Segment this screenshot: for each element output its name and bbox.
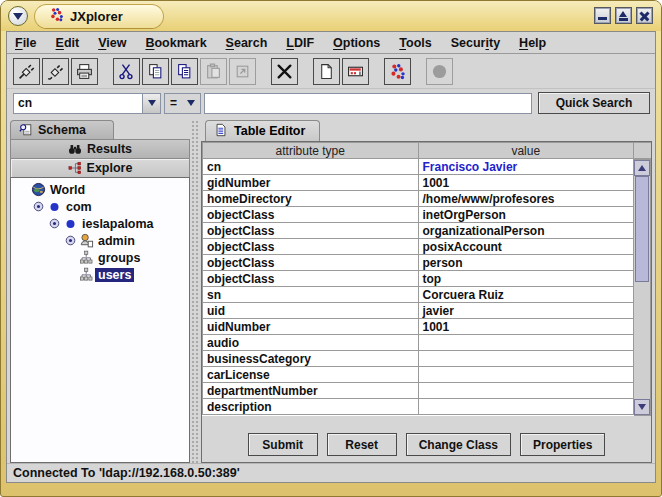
scroll-up-button[interactable] <box>634 160 650 176</box>
quick-search-button[interactable]: Quick Search <box>538 92 650 114</box>
menu-options[interactable]: Options <box>333 36 380 50</box>
window-controls <box>594 7 653 24</box>
tree-item-label: World <box>47 183 88 197</box>
attribute-type-cell[interactable]: uidNumber <box>202 319 419 335</box>
value-cell[interactable]: top <box>419 271 635 287</box>
value-cell[interactable]: 1001 <box>419 175 635 191</box>
value-cell[interactable] <box>419 351 635 367</box>
value-cell[interactable]: Corcuera Ruiz <box>419 287 635 303</box>
value-cell[interactable]: /home/www/profesores <box>419 191 635 207</box>
attribute-type-cell[interactable]: objectClass <box>202 239 419 255</box>
tree-expand-handle[interactable] <box>63 235 78 246</box>
tab-explore[interactable]: Explore <box>10 158 190 177</box>
menu-view[interactable]: View <box>98 36 126 50</box>
tree-item-com[interactable]: com <box>11 198 189 215</box>
close-button[interactable] <box>636 7 653 24</box>
new-entry-button[interactable] <box>313 58 340 85</box>
tree-item-ieslapaloma[interactable]: ieslapaloma <box>11 215 189 232</box>
tab-results[interactable]: Results <box>10 139 190 158</box>
maximize-button[interactable] <box>615 7 632 24</box>
attribute-type-cell[interactable]: businessCategory <box>202 351 419 367</box>
attribute-type-cell[interactable]: homeDirectory <box>202 191 419 207</box>
refresh-tree-button[interactable] <box>384 58 411 85</box>
menu-edit[interactable]: Edit <box>56 36 80 50</box>
stop-button <box>426 58 453 85</box>
value-cell[interactable] <box>419 399 635 415</box>
attribute-type-cell[interactable]: carLicense <box>202 367 419 383</box>
menu-security[interactable]: Security <box>451 36 500 50</box>
tree-expand-handle[interactable] <box>47 218 62 229</box>
attribute-type-cell[interactable]: objectClass <box>202 255 419 271</box>
attribute-type-cell[interactable]: objectClass <box>202 223 419 239</box>
attribute-type-cell[interactable]: sn <box>202 287 419 303</box>
value-cell[interactable] <box>419 367 635 383</box>
tree-item-admin[interactable]: admin <box>11 232 189 249</box>
rename-button[interactable] <box>342 58 369 85</box>
search-operator-combo[interactable]: = <box>164 93 201 114</box>
search-attribute-dropdown-button[interactable] <box>142 94 160 113</box>
tab-schema[interactable]: Schema <box>10 120 114 139</box>
column-header-attribute-type[interactable]: attribute type <box>202 142 419 159</box>
menu-bookmark[interactable]: Bookmark <box>145 36 206 50</box>
attribute-type-cell[interactable]: description <box>202 399 419 415</box>
attribute-type-cell[interactable]: uid <box>202 303 419 319</box>
table-row: objectClasstop <box>202 271 634 287</box>
value-cell[interactable]: posixAccount <box>419 239 635 255</box>
schema-icon <box>19 123 33 137</box>
properties-button[interactable]: Properties <box>520 433 605 456</box>
copy-button[interactable] <box>142 58 169 85</box>
refresh-tree-icon <box>389 63 406 80</box>
minimize-button[interactable] <box>594 7 611 24</box>
table-scrollbar[interactable] <box>634 159 651 416</box>
submit-button[interactable]: Submit <box>248 433 318 456</box>
scrollbar-track[interactable] <box>634 282 650 399</box>
table-row: uidjavier <box>202 303 634 319</box>
attribute-type-cell[interactable]: cn <box>202 159 419 175</box>
column-header-value[interactable]: value <box>419 142 635 159</box>
attribute-type-cell[interactable]: departmentNumber <box>202 383 419 399</box>
print-button[interactable] <box>71 58 98 85</box>
minimize-icon <box>598 17 607 20</box>
attribute-type-cell[interactable]: gidNumber <box>202 175 419 191</box>
split-handle[interactable] <box>191 120 200 463</box>
attribute-type-cell[interactable]: objectClass <box>202 271 419 287</box>
reset-button[interactable]: Reset <box>327 433 397 456</box>
change-class-button[interactable]: Change Class <box>406 433 511 456</box>
value-cell[interactable] <box>419 383 635 399</box>
tree-item-users[interactable]: users <box>11 266 189 283</box>
menu-help[interactable]: Help <box>519 36 546 50</box>
tree-item-World[interactable]: World <box>11 181 189 198</box>
connect-button[interactable] <box>13 58 40 85</box>
sidebar-tabs: SchemaResultsExplore <box>10 120 190 177</box>
disconnect-button[interactable] <box>42 58 69 85</box>
window-menu-button[interactable] <box>8 6 28 26</box>
value-cell[interactable]: person <box>419 255 635 271</box>
tree-item-groups[interactable]: groups <box>11 249 189 266</box>
value-cell[interactable]: Francisco Javier <box>419 159 635 175</box>
attribute-type-cell[interactable]: audio <box>202 335 419 351</box>
scroll-down-button[interactable] <box>634 399 650 415</box>
value-cell[interactable]: 1001 <box>419 319 635 335</box>
group-icon <box>78 250 95 266</box>
menu-tools[interactable]: Tools <box>399 36 431 50</box>
menu-file[interactable]: File <box>15 36 37 50</box>
window-menu-icon <box>13 13 23 20</box>
copy-dn-button[interactable] <box>171 58 198 85</box>
scrollbar-thumb[interactable] <box>635 176 649 282</box>
search-attribute-combo[interactable]: cn <box>13 93 161 114</box>
value-cell[interactable]: organizationalPerson <box>419 223 635 239</box>
titlebar: JXplorer <box>1 1 661 31</box>
search-input[interactable] <box>204 93 532 114</box>
tab-table-editor[interactable]: Table Editor <box>205 120 320 141</box>
search-operator-dropdown-button[interactable] <box>182 94 200 113</box>
value-cell[interactable] <box>419 335 635 351</box>
value-cell[interactable]: javier <box>419 303 635 319</box>
menu-search[interactable]: Search <box>226 36 268 50</box>
table-row: description <box>202 399 634 415</box>
delete-button[interactable] <box>271 58 298 85</box>
value-cell[interactable]: inetOrgPerson <box>419 207 635 223</box>
cut-button[interactable] <box>113 58 140 85</box>
attribute-type-cell[interactable]: objectClass <box>202 207 419 223</box>
tree-expand-handle[interactable] <box>31 201 46 212</box>
menu-ldif[interactable]: LDIF <box>286 36 314 50</box>
